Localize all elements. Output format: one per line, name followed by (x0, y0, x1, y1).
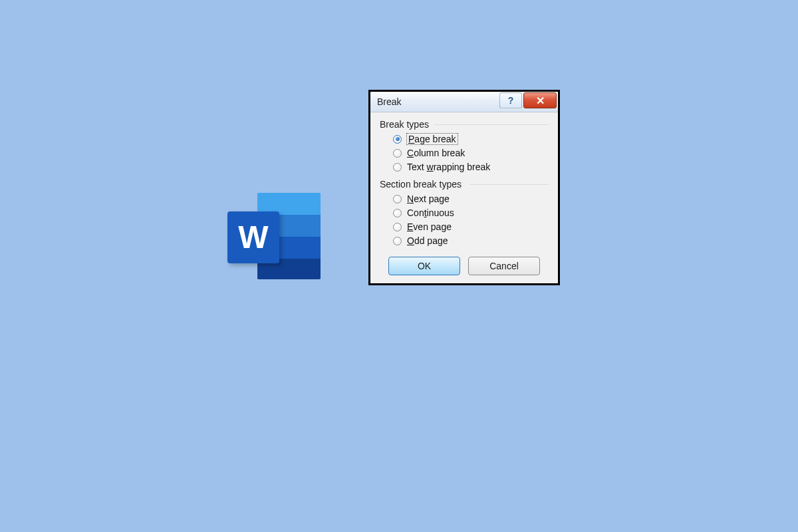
word-letter-tile: W (227, 211, 279, 263)
ok-button-label: OK (418, 261, 431, 271)
radio-icon (393, 223, 402, 231)
option-label: Next page (407, 194, 450, 204)
word-letter: W (238, 221, 268, 253)
radio-icon (393, 209, 402, 217)
cancel-button[interactable]: Cancel (468, 257, 540, 275)
option-label: Continuous (407, 207, 454, 218)
radio-icon (393, 149, 402, 158)
break-dialog: Break ? ✕ Break types Page break Column … (368, 90, 560, 285)
ok-button[interactable]: OK (388, 257, 460, 275)
dialog-titlebar[interactable]: Break ? ✕ (370, 92, 558, 112)
group-break-types-label: Break types (380, 119, 549, 130)
radio-icon (393, 163, 402, 172)
option-label: Odd page (407, 235, 448, 246)
close-button[interactable]: ✕ (523, 92, 557, 108)
option-label: Text wrapping break (407, 162, 490, 172)
option-continuous[interactable]: Continuous (393, 207, 549, 218)
word-app-icon: W (227, 193, 321, 279)
help-button[interactable]: ? (499, 92, 522, 108)
option-column-break[interactable]: Column break (393, 148, 549, 158)
option-next-page[interactable]: Next page (393, 194, 549, 204)
cancel-button-label: Cancel (489, 261, 519, 271)
group-section-break-types-options: Next page Continuous Even page Odd page (393, 194, 549, 246)
dialog-body: Break types Page break Column break Text… (370, 112, 558, 283)
option-label: Page break (407, 134, 458, 144)
radio-icon (393, 195, 402, 203)
dialog-title: Break (377, 96, 402, 107)
group-break-types-options: Page break Column break Text wrapping br… (393, 134, 549, 172)
dialog-button-row: OK Cancel (380, 257, 549, 275)
option-label: Even page (407, 221, 452, 232)
option-page-break[interactable]: Page break (393, 134, 549, 144)
option-label: Column break (407, 148, 465, 158)
option-odd-page[interactable]: Odd page (393, 235, 549, 246)
close-icon: ✕ (536, 94, 545, 107)
group-section-break-types-label: Section break types (380, 179, 549, 190)
radio-icon (393, 135, 402, 144)
help-icon: ? (508, 95, 514, 106)
option-text-wrapping-break[interactable]: Text wrapping break (393, 162, 549, 172)
radio-icon (393, 237, 402, 245)
option-even-page[interactable]: Even page (393, 221, 549, 232)
